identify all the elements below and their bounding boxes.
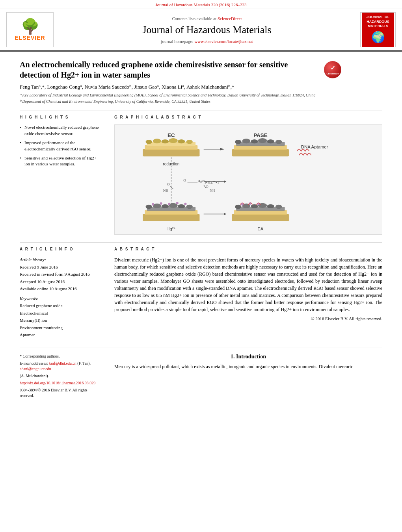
page-wrapper: Journal of Hazardous Materials 320 (2016… bbox=[0, 0, 402, 408]
svg-rect-44 bbox=[232, 214, 289, 222]
svg-point-3 bbox=[146, 140, 152, 144]
authors-text: Feng Tanᵃ,*, Longchao Congᵃ, Nuvia Maria… bbox=[20, 84, 234, 90]
highlights-heading: H I G H L I G H T S bbox=[20, 115, 102, 121]
hazardous-line1: JOURNAL OF bbox=[367, 15, 389, 19]
svg-point-37 bbox=[152, 203, 154, 206]
svg-point-49 bbox=[251, 204, 258, 208]
highlights-graphical-row: H I G H L I G H T S Novel electrochemica… bbox=[20, 115, 382, 235]
svg-point-36 bbox=[186, 205, 192, 209]
email-label: E-mail addresses: bbox=[20, 361, 48, 365]
elsevier-label: ELSEVIER bbox=[15, 35, 45, 41]
info-abstract-row: A R T I C L E I N F O Article history: R… bbox=[20, 247, 382, 339]
article-info-block: Article history: Received 9 June 2016 Re… bbox=[20, 256, 102, 338]
footer-section: * Corresponding authors. E-mail addresse… bbox=[20, 347, 382, 400]
graphical-abstract-heading: G R A P H I C A L A B S T R A C T bbox=[114, 115, 382, 121]
graphical-abstract-col: G R A P H I C A L A B S T R A C T bbox=[114, 115, 382, 235]
citation-text: Journal of Hazardous Materials 320 (2016… bbox=[156, 2, 247, 7]
svg-text:NH: NH bbox=[210, 189, 215, 193]
abstract-body: Divalent mercuric (Hg2+) ion is one of t… bbox=[114, 256, 382, 313]
article-title-text: An electrochemically reduced graphene ox… bbox=[20, 59, 318, 80]
journal-title: Journal of Hazardous Materials bbox=[142, 24, 271, 36]
svg-point-47 bbox=[235, 205, 241, 209]
journal-header: 🌳 ELSEVIER Contents lists available at S… bbox=[0, 9, 402, 52]
available-date: Available online 10 August 2016 bbox=[20, 285, 102, 292]
svg-line-25 bbox=[170, 187, 173, 189]
elsevier-tree-icon: 🌳 bbox=[21, 19, 39, 34]
svg-point-31 bbox=[146, 205, 152, 209]
svg-point-13 bbox=[235, 140, 241, 144]
highlight-item-2: Improved performance of the electrochemi… bbox=[20, 140, 102, 152]
svg-text:O: O bbox=[183, 179, 186, 183]
divider-1 bbox=[20, 111, 382, 111]
svg-point-33 bbox=[162, 204, 169, 208]
svg-point-51 bbox=[267, 204, 274, 208]
email2-author: (A. Mulchandani). bbox=[20, 373, 102, 379]
svg-point-15 bbox=[251, 140, 258, 144]
affiliation-a: ᵃ Key Laboratory of Industrial Ecology a… bbox=[20, 93, 382, 98]
svg-rect-10 bbox=[232, 149, 289, 157]
keyword-4: Environment monitoring bbox=[20, 324, 102, 331]
graphical-abstract-image: EC reduction bbox=[114, 124, 382, 235]
t-hg-t-label: T-Hg²⁺-T bbox=[204, 180, 220, 185]
svg-point-18 bbox=[275, 140, 282, 144]
svg-point-17 bbox=[267, 140, 274, 144]
homepage-link[interactable]: www.elsevier.com/locate/jhazmat bbox=[194, 39, 253, 44]
svg-point-7 bbox=[178, 140, 185, 144]
introduction-col: 1. Introduction Mercury is a widespread … bbox=[114, 354, 382, 400]
highlights-list: Novel electrochemically reduced graphene… bbox=[20, 124, 102, 167]
keyword-1: Reduced graphene oxide bbox=[20, 302, 102, 309]
highlight-item-1: Novel electrochemically reduced graphene… bbox=[20, 124, 102, 137]
crossmark-badge: ✓ CrossMark bbox=[324, 61, 343, 80]
svg-point-8 bbox=[186, 140, 192, 144]
abstract-col: A B S T R A C T Divalent mercuric (Hg2+)… bbox=[114, 247, 382, 339]
hazardous-badge: JOURNAL OF HAZARDOUS MATERIALS 🌍 bbox=[362, 13, 394, 47]
introduction-text: Mercury is a widespread pollutant, which… bbox=[114, 363, 382, 370]
keywords-label: Keywords: bbox=[20, 295, 102, 302]
accepted-date: Accepted 10 August 2016 bbox=[20, 278, 102, 285]
journal-center: Contents lists available at ScienceDirec… bbox=[58, 12, 356, 47]
sciencedirect-line: Contents lists available at ScienceDirec… bbox=[172, 16, 242, 21]
svg-point-14 bbox=[242, 139, 251, 143]
globe-icon: 🌍 bbox=[364, 30, 392, 44]
svg-text:O: O bbox=[206, 185, 208, 189]
graphical-abstract-svg: EC reduction bbox=[115, 125, 382, 234]
svg-point-4 bbox=[153, 139, 161, 143]
abstract-heading: A B S T R A C T bbox=[114, 247, 382, 253]
doi-line: http://dx.doi.org/10.1016/j.jhazmat.2016… bbox=[20, 380, 102, 386]
pase-label: PASE bbox=[253, 132, 268, 138]
article-title-block: An electrochemically reduced graphene ox… bbox=[20, 59, 343, 80]
sciencedirect-label: Contents lists available at bbox=[172, 16, 216, 21]
corresponding-label: * Corresponding authors. bbox=[20, 354, 102, 359]
elsevier-logo: 🌳 ELSEVIER bbox=[6, 12, 54, 47]
sciencedirect-link[interactable]: ScienceDirect bbox=[218, 16, 242, 21]
svg-point-48 bbox=[242, 204, 251, 208]
affiliation-b: ᵇ Department of Chemical and Environment… bbox=[20, 99, 382, 104]
email1-author: (F. Tan), bbox=[77, 361, 91, 365]
history-label: Article history: bbox=[20, 256, 102, 263]
highlights-col: H I G H L I G H T S Novel electrochemica… bbox=[20, 115, 102, 235]
received-date: Received 9 June 2016 bbox=[20, 264, 102, 271]
svg-point-40 bbox=[176, 202, 179, 204]
doi-link[interactable]: http://dx.doi.org/10.1016/j.jhazmat.2016… bbox=[20, 381, 95, 385]
svg-marker-43 bbox=[224, 213, 226, 215]
email2-link[interactable]: adani@engr.ucr.edu bbox=[20, 367, 51, 371]
svg-point-32 bbox=[153, 204, 161, 208]
introduction-heading: 1. Introduction bbox=[114, 354, 382, 360]
homepage-label: journal homepage: bbox=[161, 39, 193, 44]
keyword-5: Aptamer bbox=[20, 332, 102, 338]
hazardous-logo: JOURNAL OF HAZARDOUS MATERIALS 🌍 bbox=[360, 12, 396, 47]
highlight-item-3: Sensitive and selective detection of Hg2… bbox=[20, 155, 102, 167]
article-info-col: A R T I C L E I N F O Article history: R… bbox=[20, 247, 102, 339]
svg-point-38 bbox=[160, 202, 162, 205]
keywords-list: Reduced graphene oxide Electrochemical M… bbox=[20, 302, 102, 338]
hazardous-line2: HAZARDOUS bbox=[367, 20, 389, 24]
hazardous-line3: MATERIALS bbox=[368, 24, 388, 28]
divider-2 bbox=[20, 243, 382, 243]
svg-point-16 bbox=[258, 138, 267, 143]
svg-text:Hg²⁺: Hg²⁺ bbox=[197, 180, 205, 184]
email-line: E-mail addresses: tanf@dlut.edu.cn (F. T… bbox=[20, 361, 102, 372]
crossmark-label: CrossMark bbox=[326, 72, 339, 76]
copyright: © 2016 Elsevier B.V. All rights reserved… bbox=[114, 315, 382, 322]
email1-link[interactable]: tanf@dlut.edu.cn bbox=[49, 361, 76, 365]
article-content: An electrochemically reduced graphene ox… bbox=[0, 52, 402, 408]
